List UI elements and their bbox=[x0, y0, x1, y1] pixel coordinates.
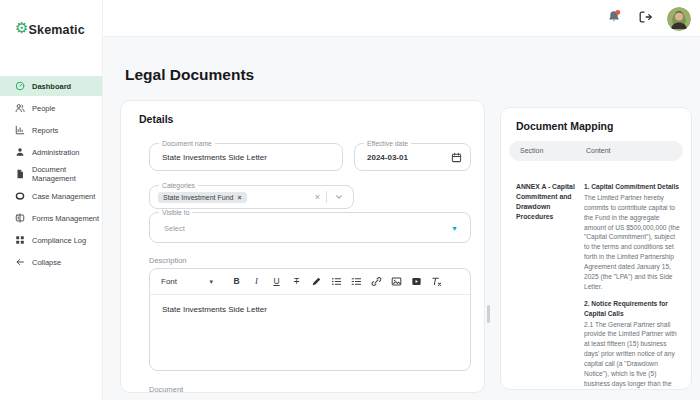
link-icon bbox=[371, 276, 382, 287]
grid-icon bbox=[15, 235, 25, 245]
visible-to-placeholder[interactable]: Select bbox=[150, 213, 470, 244]
gauge-icon bbox=[15, 81, 25, 91]
chevron-down-icon bbox=[335, 193, 343, 201]
visible-to-field[interactable]: Visible to Select ▼ bbox=[149, 212, 471, 243]
sidebar-item-dashboard[interactable]: Dashboard bbox=[0, 76, 102, 96]
categories-dropdown-button[interactable] bbox=[327, 193, 351, 201]
arrow-left-icon bbox=[15, 257, 25, 267]
page-title: Legal Documents bbox=[125, 66, 254, 84]
categories-field[interactable]: Categories State Investment Fund × × bbox=[149, 185, 354, 209]
sidebar-item-compliance-log[interactable]: Compliance Log bbox=[0, 230, 102, 250]
category-chip-label: State Investment Fund bbox=[163, 194, 233, 201]
circle-icon bbox=[15, 191, 25, 201]
categories-clear-icon[interactable]: × bbox=[309, 192, 326, 202]
sidebar-item-reports[interactable]: Reports bbox=[0, 120, 102, 140]
effective-date-field[interactable]: Effective date 2024-03-01 bbox=[354, 143, 471, 171]
section-column-header: Section bbox=[520, 147, 543, 154]
calendar-button[interactable] bbox=[451, 144, 462, 170]
sidebar-item-case-management[interactable]: Case Management bbox=[0, 186, 102, 206]
category-chip[interactable]: State Investment Fund × bbox=[158, 192, 247, 203]
video-icon bbox=[411, 276, 422, 287]
gear-logo-icon: ⚙ bbox=[15, 20, 28, 35]
italic-button[interactable]: I bbox=[251, 277, 262, 286]
bullet-list-icon bbox=[331, 276, 342, 287]
brand-logo[interactable]: ⚙ Skematic bbox=[0, 0, 102, 35]
notifications-button[interactable] bbox=[605, 10, 623, 28]
pen-icon bbox=[311, 276, 322, 287]
video-button[interactable] bbox=[411, 276, 422, 287]
form-icon bbox=[15, 213, 25, 223]
clear-format-icon bbox=[431, 276, 442, 287]
strikethrough-button[interactable]: T bbox=[291, 277, 302, 286]
top-bar bbox=[0, 0, 700, 37]
image-button[interactable] bbox=[391, 276, 402, 287]
image-icon bbox=[391, 276, 402, 287]
document-name-field[interactable]: Document name State Investments Side Let… bbox=[149, 143, 343, 171]
document-icon bbox=[15, 169, 25, 179]
editor-toolbar: Font ▾ B I U T bbox=[150, 269, 470, 295]
bold-button[interactable]: B bbox=[231, 277, 242, 286]
calendar-icon bbox=[451, 152, 462, 163]
content-block: 2. Notice Requirements for Capital Calls… bbox=[584, 299, 682, 390]
clear-format-button[interactable] bbox=[431, 276, 442, 287]
font-caret-icon: ▾ bbox=[209, 278, 213, 286]
sidebar-menu: Dashboard People Reports Administration … bbox=[0, 76, 102, 274]
link-button[interactable] bbox=[371, 276, 382, 287]
visible-to-caret-icon[interactable]: ▼ bbox=[451, 224, 458, 231]
description-editor[interactable]: Font ▾ B I U T bbox=[149, 268, 471, 371]
visible-to-label: Visible to bbox=[159, 209, 192, 216]
font-selector[interactable]: Font ▾ bbox=[161, 277, 213, 286]
user-avatar[interactable] bbox=[667, 7, 691, 31]
logout-icon bbox=[638, 10, 652, 28]
mapping-table-header: Section Content bbox=[509, 141, 683, 161]
brand-name: Skematic bbox=[28, 23, 85, 37]
content-block: 1. Capital Commitment Details The Limite… bbox=[584, 182, 682, 292]
scrollbar-thumb[interactable] bbox=[487, 305, 490, 323]
description-content[interactable]: State Investments Side Letter bbox=[150, 295, 470, 324]
sidebar-item-people[interactable]: People bbox=[0, 98, 102, 118]
document-mapping-title: Document Mapping bbox=[516, 120, 613, 132]
app-root: ⚙ Skematic Dashboard People Reports Admi… bbox=[0, 0, 700, 400]
section-cell: ANNEX A - Capital Commitment and Drawdow… bbox=[516, 182, 576, 390]
sidebar-collapse-button[interactable]: Collapse bbox=[0, 252, 102, 272]
bar-chart-icon bbox=[15, 125, 25, 135]
document-section-label: Document bbox=[149, 385, 183, 394]
content-cell: 1. Capital Commitment Details The Limite… bbox=[584, 182, 682, 390]
details-panel: Details Document name State Investments … bbox=[120, 100, 485, 393]
people-icon bbox=[15, 103, 25, 113]
numbered-list-button[interactable] bbox=[351, 276, 362, 287]
sidebar-item-document-management[interactable]: Document Management bbox=[0, 164, 102, 184]
sidebar-item-administration[interactable]: Administration bbox=[0, 142, 102, 162]
bell-icon bbox=[606, 9, 622, 29]
document-name-label: Document name bbox=[159, 140, 215, 147]
mapping-table-row: ANNEX A - Capital Commitment and Drawdow… bbox=[516, 182, 682, 390]
chip-remove-icon[interactable]: × bbox=[237, 194, 241, 201]
bullet-list-button[interactable] bbox=[331, 276, 342, 287]
admin-person-icon bbox=[15, 147, 25, 157]
description-label: Description bbox=[149, 256, 187, 265]
pen-button[interactable] bbox=[311, 276, 322, 287]
underline-button[interactable]: U bbox=[271, 277, 282, 286]
categories-label: Categories bbox=[159, 182, 198, 189]
document-mapping-panel: Document Mapping Section Content ANNEX A… bbox=[500, 107, 692, 390]
effective-date-label: Effective date bbox=[364, 140, 411, 147]
logout-button[interactable] bbox=[636, 10, 654, 28]
numbered-list-icon bbox=[351, 276, 362, 287]
sidebar-item-forms-management[interactable]: Forms Management bbox=[0, 208, 102, 228]
details-title: Details bbox=[139, 113, 173, 125]
content-column-header: Content bbox=[586, 147, 611, 154]
document-name-value[interactable]: State Investments Side Letter bbox=[150, 144, 342, 170]
sidebar: ⚙ Skematic Dashboard People Reports Admi… bbox=[0, 0, 103, 400]
top-bar-actions bbox=[605, 0, 691, 37]
